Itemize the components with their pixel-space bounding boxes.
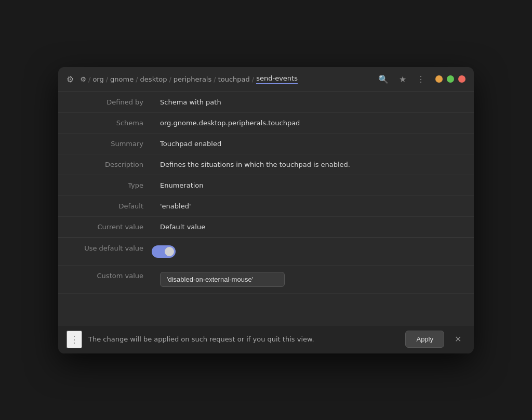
breadcrumb-desktop[interactable]: desktop: [140, 75, 167, 83]
spacer: [58, 294, 474, 325]
row-use-default: Use default value: [58, 238, 474, 266]
label-defined-by: Defined by: [58, 92, 152, 112]
value-type: Enumeration: [152, 175, 474, 195]
value-summary: Touchpad enabled: [152, 134, 474, 154]
label-custom-value: Custom value: [58, 266, 152, 286]
label-default: Default: [58, 196, 152, 216]
apply-button[interactable]: Apply: [405, 331, 444, 348]
bottom-close-button[interactable]: ✕: [450, 332, 466, 346]
titlebar-actions: 🔍 ★ ⋮: [376, 72, 466, 86]
label-description: Description: [58, 154, 152, 175]
app-icon: ⚙: [66, 74, 74, 84]
value-schema: org.gnome.desktop.peripherals.touchpad: [152, 113, 474, 133]
titlebar: ⚙ ⚙ / org / gnome / desktop / peripheral…: [58, 67, 474, 92]
row-defined-by: Defined by Schema with path: [58, 92, 474, 113]
value-custom-value: [152, 266, 474, 293]
label-schema: Schema: [58, 113, 152, 133]
breadcrumb-peripherals[interactable]: peripherals: [174, 75, 211, 83]
breadcrumb-send-events[interactable]: send-events: [256, 74, 298, 84]
use-default-toggle[interactable]: [152, 245, 176, 258]
value-use-default: [152, 238, 474, 265]
value-current-value: Default value: [152, 217, 474, 237]
menu-button[interactable]: ⋮: [415, 72, 427, 86]
label-type: Type: [58, 175, 152, 195]
breadcrumb-org[interactable]: org: [92, 75, 103, 83]
breadcrumb-gnome[interactable]: gnome: [110, 75, 134, 83]
value-defined-by: Schema with path: [152, 92, 474, 112]
row-default: Default 'enabled': [58, 196, 474, 217]
label-current-value: Current value: [58, 217, 152, 237]
breadcrumb-touchpad[interactable]: touchpad: [218, 75, 250, 83]
bottom-menu-button[interactable]: ⋮: [66, 331, 82, 348]
breadcrumb: ⚙ / org / gnome / desktop / peripherals …: [80, 74, 372, 84]
row-current-value: Current value Default value: [58, 217, 474, 238]
maximize-button[interactable]: [447, 75, 454, 83]
row-summary: Summary Touchpad enabled: [58, 134, 474, 154]
bookmark-button[interactable]: ★: [397, 72, 408, 86]
minimize-button[interactable]: [435, 75, 443, 83]
label-summary: Summary: [58, 134, 152, 154]
breadcrumb-root[interactable]: ⚙: [80, 75, 86, 83]
window-controls: [435, 75, 466, 83]
row-type: Type Enumeration: [58, 175, 474, 196]
search-button[interactable]: 🔍: [376, 72, 391, 86]
bottom-bar: ⋮ The change will be applied on such req…: [58, 325, 474, 353]
row-description: Description Defines the situations in wh…: [58, 154, 474, 175]
custom-value-input[interactable]: [160, 272, 285, 287]
label-use-default: Use default value: [58, 238, 152, 258]
toggle-knob: [165, 247, 174, 256]
row-schema: Schema org.gnome.desktop.peripherals.tou…: [58, 113, 474, 134]
row-custom-value: Custom value: [58, 266, 474, 294]
value-description: Defines the situations in which the touc…: [152, 154, 474, 175]
bottom-message: The change will be applied on such reque…: [88, 335, 399, 343]
main-window: ⚙ ⚙ / org / gnome / desktop / peripheral…: [58, 67, 474, 353]
value-default: 'enabled': [152, 196, 474, 216]
close-button[interactable]: [458, 75, 466, 83]
content-area: Defined by Schema with path Schema org.g…: [58, 92, 474, 325]
